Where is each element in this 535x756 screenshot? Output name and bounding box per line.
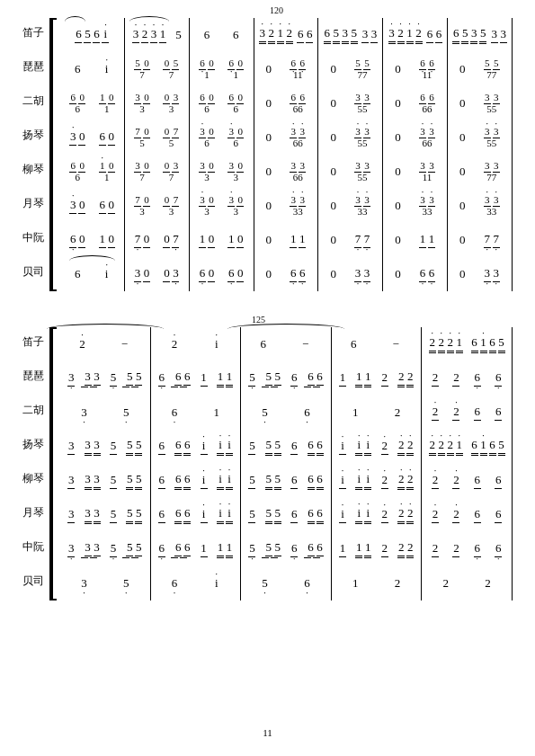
label-pipa: 琵琶 [22, 361, 51, 384]
page-number: 11 [263, 727, 272, 738]
staff-zhongruan: 中阮 333555 666111 555666 111222 2266 [22, 532, 513, 566]
measure-number-120: 120 [270, 5, 283, 15]
staff-yueqin: 月琴 3060 703073 303303 03333 03333 03333 … [22, 189, 513, 223]
dizi-music: 656i 3231 5 66 3212 66 6535 33 [51, 18, 513, 52]
system-2: 125 笛子 2− 2i 6− 6− 2221 6165 [22, 327, 513, 600]
staff-liuqin: 柳琴 606101 307037 303303 03366 03355 0331… [22, 155, 513, 189]
staff-pipa: 琵琶 333555 666111 555666 111222 2266 [22, 361, 513, 396]
measure: 6535 33 [448, 18, 513, 52]
page-content: 120 笛子 656i 3231 5 66 3212 [0, 0, 535, 654]
label-yangqin: 扬琴 [22, 120, 51, 143]
staff-beisi: 贝司 6i 3003 6060 066 033 066 033 [22, 257, 513, 291]
staff-erhu: 二胡 606101 303033 606606 06666 03355 0666… [22, 86, 513, 120]
measure: 3231 5 [125, 18, 190, 52]
label-zhongruan: 中阮 [22, 532, 51, 555]
staff-yangqin: 扬琴 333555 666iii 555666 iii222 22216165 [22, 430, 513, 464]
label-zhongruan: 中阮 [22, 223, 51, 245]
measure: 3212 66 [254, 18, 319, 52]
measure: 656i [60, 18, 125, 52]
label-pipa: 琵琶 [22, 52, 51, 75]
label-beisi: 贝司 [22, 566, 51, 589]
label-dizi: 笛子 [22, 18, 51, 40]
label-yangqin: 扬琴 [22, 430, 51, 452]
label-yueqin: 月琴 [22, 189, 51, 211]
staff-zhongruan: 中阮 6010 7007 1010 011 077 011 077 [22, 223, 513, 257]
staff-beisi: 贝司 35 6i 56 12 22 [22, 566, 513, 600]
label-beisi: 贝司 [22, 257, 51, 280]
staff-erhu: 二胡 35 61 56 12 2266 [22, 396, 513, 430]
staff-pipa: 琵琶 6i 507057 601601 06611 05577 06611 05… [22, 52, 513, 86]
measure: 66 [190, 18, 254, 52]
measure-number-125: 125 [252, 315, 265, 325]
staff-yueqin: 月琴 333555 666iii 555666 iii222 2266 [22, 498, 513, 532]
system-1: 120 笛子 656i 3231 5 66 3212 [22, 18, 513, 291]
label-liuqin: 柳琴 [22, 155, 51, 177]
staff-liuqin: 柳琴 333555 666iii 555666 iii222 2266 [22, 464, 513, 498]
measure: 3212 66 [383, 18, 448, 52]
label-dizi: 笛子 [22, 327, 51, 350]
staff-dizi: 笛子 656i 3231 5 66 3212 66 [22, 18, 513, 52]
label-liuqin: 柳琴 [22, 464, 51, 486]
label-erhu: 二胡 [22, 396, 51, 418]
staff-dizi: 笛子 2− 2i 6− 6− 2221 6165 [22, 327, 513, 361]
label-yueqin: 月琴 [22, 498, 51, 520]
staff-yangqin: 扬琴 3060 705075 306306 03366 03355 03366 … [22, 120, 513, 155]
measure: 6535 33 [318, 18, 383, 52]
label-erhu: 二胡 [22, 86, 51, 109]
